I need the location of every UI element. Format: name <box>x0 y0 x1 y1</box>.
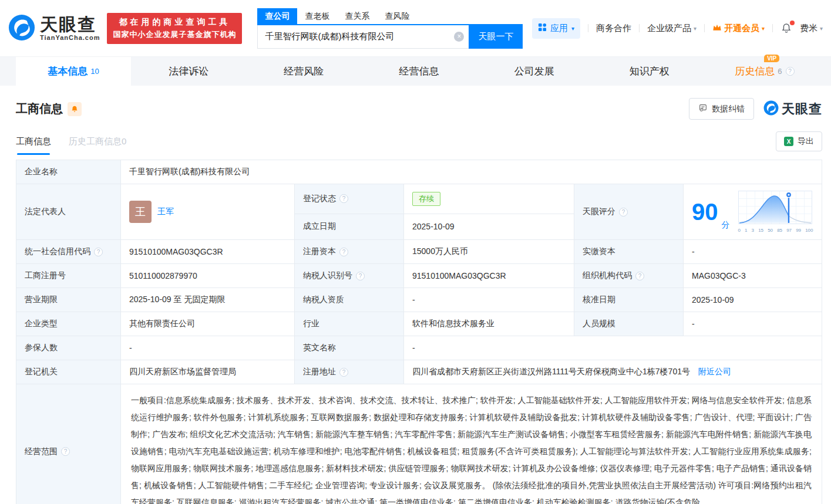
caret-down-icon: ▾ <box>694 25 697 32</box>
field-label-company-type: 企业类型 <box>16 312 121 336</box>
apps-label: 应用 <box>550 23 568 34</box>
tab-basic-info[interactable]: 基本信息 10 <box>16 57 131 86</box>
search-tab-company[interactable]: 查公司 <box>257 8 297 24</box>
top-nav: 应用 ▾ 商务合作 企业级产品 ▾ 开通会员 ▾ 费米 ▾ <box>532 18 823 39</box>
tab-operating-risk[interactable]: 经营风险 <box>246 57 361 86</box>
field-label-text: 登记状态 <box>303 194 336 204</box>
notification-dot <box>790 21 795 25</box>
field-label-insured: 参保人数 <box>16 336 121 360</box>
username: 费米 <box>800 23 817 34</box>
excel-icon: X <box>784 137 793 146</box>
field-label-taxpayer-no: 纳税人识别号 ? <box>295 264 404 288</box>
nav-business-cooperation[interactable]: 商务合作 <box>596 23 631 34</box>
question-icon[interactable]: ? <box>635 272 644 280</box>
section-header: 工商信息 数据纠错 <box>0 86 831 120</box>
tab-label: 历史信息 <box>735 65 775 78</box>
tab-operating-info[interactable]: 经营信息 <box>361 57 476 86</box>
field-value-taxpayer-quality: - <box>404 288 574 312</box>
table-row: 统一社会信用代码 ? 91510100MAG03QGC3R 注册资本 ? 150… <box>16 240 822 264</box>
tab-intellectual-property[interactable]: 知识产权 <box>592 57 707 86</box>
watermark-text: 天眼查 <box>782 100 822 118</box>
vip-label: 开通会员 <box>724 23 759 34</box>
question-icon[interactable]: ? <box>619 208 628 217</box>
caret-down-icon: ▾ <box>762 25 765 32</box>
tab-legal-proceedings[interactable]: 法律诉讼 <box>131 57 246 86</box>
tianyancha-swirl-icon <box>763 100 779 117</box>
field-label-reg-no: 工商注册号 <box>16 264 121 288</box>
field-label-term: 营业期限 <box>16 288 121 312</box>
field-label-paid-capital: 实缴资本 <box>574 240 684 264</box>
field-label-text: 注册资本 <box>303 246 336 257</box>
caret-down-icon: ▾ <box>820 25 823 32</box>
notification-bell-icon[interactable] <box>780 22 792 34</box>
field-value-reg-status: 存续 <box>404 184 574 214</box>
nearby-companies-link[interactable]: 附近公司 <box>698 367 731 376</box>
apps-menu[interactable]: 应用 ▾ <box>532 18 580 39</box>
tab-company-development[interactable]: 公司发展 <box>477 57 592 86</box>
divider <box>704 24 705 32</box>
question-icon[interactable]: ? <box>356 272 365 280</box>
table-row: 营业期限 2025-10-09 至 无固定期限 纳税人资质 - 核准日期 202… <box>16 288 822 312</box>
divider <box>772 24 773 32</box>
export-button[interactable]: X 导出 <box>776 131 822 151</box>
field-label-address: 注册地址 ? <box>295 360 404 384</box>
field-value-english-name: - <box>404 336 822 360</box>
field-label-est-date: 成立日期 <box>295 214 404 239</box>
data-correction-button[interactable]: 数据纠错 <box>689 98 754 120</box>
tab-label: 法律诉讼 <box>169 65 208 78</box>
search-tab-risk[interactable]: 查风险 <box>377 8 417 24</box>
subtab-history-business-info[interactable]: 历史工商信息0 <box>69 136 126 155</box>
nav-enterprise-products[interactable]: 企业级产品 ▾ <box>647 23 697 34</box>
subtab-business-info[interactable]: 工商信息 <box>16 136 51 155</box>
table-row: 经营范围 ? 一般项目:信息系统集成服务; 技术服务、技术开发、技术咨询、技术交… <box>16 384 822 504</box>
caret-down-icon: ▾ <box>571 25 574 32</box>
tianyancha-logo[interactable]: 天眼查 TianYanCha.com <box>8 14 100 43</box>
search-tabs: 查公司 查老板 查关系 查风险 <box>257 8 523 25</box>
table-row: 登记机关 四川天府新区市场监督管理局 注册地址 ? 四川省成都市天府新区正兴街道… <box>16 360 822 384</box>
field-value-insured: - <box>121 336 295 360</box>
search-button[interactable]: 天眼一下 <box>469 25 523 49</box>
table-row: 企业类型 其他有限责任公司 行业 软件和信息技术服务业 人员规模 - <box>16 312 822 336</box>
table-row: 工商注册号 510110002879970 纳税人识别号 ? 91510100M… <box>16 264 822 288</box>
tab-history-info[interactable]: 历史信息 VIP 6 ? <box>707 57 822 86</box>
clear-icon[interactable]: × <box>454 32 464 42</box>
field-value-est-date: 2025-10-09 <box>404 214 574 239</box>
score-axis-labels: 01 315 5085 9799 100 <box>738 228 813 233</box>
field-value-reg-no: 510110002879970 <box>121 264 295 288</box>
tab-label: 公司发展 <box>514 65 554 78</box>
question-icon[interactable]: ? <box>339 194 348 203</box>
brand-slogan: 都在用的商业查询工具 国家中小企业发展子基金旗下机构 <box>107 13 242 44</box>
question-icon[interactable]: ? <box>786 67 795 76</box>
field-value-company-type: 其他有限责任公司 <box>121 312 295 336</box>
business-scope-text: 一般项目:信息系统集成服务; 技术服务、技术开发、技术咨询、技术交流、技术转让、… <box>131 392 812 504</box>
score-value: 90 <box>692 200 718 224</box>
field-value-paid-capital: - <box>684 240 822 264</box>
field-label-text: 天眼评分 <box>583 207 615 217</box>
legal-rep-link[interactable]: 王军 <box>157 207 174 217</box>
nav-open-vip[interactable]: 开通会员 ▾ <box>712 23 765 34</box>
brand-name: 天眼查 <box>40 15 100 34</box>
user-menu[interactable]: 费米 ▾ <box>800 23 823 34</box>
question-icon[interactable]: ? <box>94 248 103 256</box>
field-value-term: 2025-10-09 至 无固定期限 <box>121 288 295 312</box>
section-title: 工商信息 <box>16 101 63 117</box>
search-tab-boss[interactable]: 查老板 <box>297 8 337 24</box>
export-label: 导出 <box>798 136 814 147</box>
crown-icon <box>712 23 722 33</box>
search-tab-relation[interactable]: 查关系 <box>337 8 377 24</box>
field-label-tyc-score: 天眼评分 ? <box>574 184 684 240</box>
table-row: 企业名称 千里智行网联(成都)科技有限公司 <box>16 160 822 184</box>
search-area: 查公司 查老板 查关系 查风险 × 天眼一下 <box>257 8 523 49</box>
avatar[interactable]: 王 <box>129 201 152 223</box>
field-value-scope: 一般项目:信息系统集成服务; 技术服务、技术开发、技术咨询、技术交流、技术转让、… <box>121 384 822 504</box>
address-text: 四川省成都市天府新区正兴街道汉州路1111号天府保税商业中心1栋7楼701号 <box>412 367 690 376</box>
page-header: 天眼查 TianYanCha.com 都在用的商业查询工具 国家中小企业发展子基… <box>0 0 831 56</box>
question-icon[interactable]: ? <box>339 368 348 377</box>
score-distribution-chart[interactable]: 01 315 5085 9799 100 <box>738 191 813 233</box>
question-icon[interactable]: ? <box>61 447 70 456</box>
search-input[interactable] <box>265 32 454 42</box>
field-value-staff: - <box>684 312 822 336</box>
monitor-bell-icon[interactable] <box>68 102 82 116</box>
question-icon[interactable]: ? <box>339 248 348 256</box>
tab-label: 知识产权 <box>630 65 669 78</box>
